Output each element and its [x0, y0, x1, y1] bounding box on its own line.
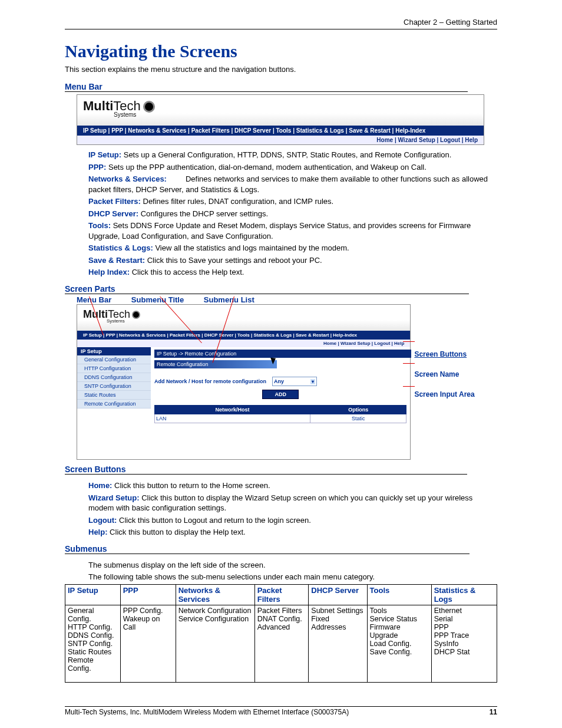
desc-logout: Logout: Click this button to Logout and …: [88, 515, 497, 526]
cell: SNTP Config.: [68, 640, 118, 648]
cell: Service Configuration: [178, 615, 252, 623]
cell: Load Config.: [370, 640, 429, 648]
desc-ppp: PPP: Sets up the PPP authentication, dia…: [88, 162, 497, 173]
cell: Tools: [370, 607, 429, 615]
th-networks: Networks & Services: [176, 584, 254, 605]
top-subbar[interactable]: Home | Wizard Setup | Logout | Help: [77, 136, 484, 144]
breadcrumb: IP Setup -> Remote Configuration: [154, 350, 411, 358]
col-tools: Tools Service Status Firmware Upgrade Lo…: [367, 605, 431, 682]
logo-band: MultiTech Systems: [77, 305, 410, 331]
term: Home:: [88, 481, 112, 490]
th-ip: IP Setup: [65, 584, 121, 605]
callout-screen-input: Screen Input Area: [414, 390, 498, 398]
cell: Save Config.: [370, 648, 429, 656]
sidebar-item-general[interactable]: General Configuration: [77, 355, 151, 364]
td-static: Static: [310, 414, 406, 423]
desc-tools: Tools: Sets DDNS Force Update and Reset …: [88, 220, 497, 241]
col-networks: Network Configuration Service Configurat…: [176, 605, 254, 682]
cell: DHCP Stat: [434, 648, 494, 656]
th-ppp: PPP: [120, 584, 176, 605]
cell: Network Configuration: [178, 607, 252, 615]
top-subbar[interactable]: Home | Wizard Setup | Logout | Help: [77, 340, 410, 347]
submenu-p1: The submenus display on the left side of…: [88, 560, 497, 571]
submenu-intro: The submenus display on the left side of…: [88, 560, 497, 582]
desc-home: Home: Click this button to return to the…: [88, 480, 497, 491]
desc-help: Help Index: Click this to access the Hel…: [88, 267, 497, 278]
form-row: Add Network / Host for remote configurat…: [154, 377, 406, 386]
cell: Static Routes: [68, 648, 118, 656]
logo-circle-icon: [132, 311, 140, 319]
td-lan: LAN: [155, 414, 310, 423]
add-button[interactable]: ADD: [262, 390, 299, 399]
cell: Advanced: [257, 623, 306, 631]
desc-dhcp: DHCP Server: Configures the DHCP server …: [88, 209, 497, 219]
term: Wizard Setup:: [88, 493, 140, 502]
top-menubar[interactable]: IP Setup | PPP | Networks & Services | P…: [77, 331, 410, 340]
submenu-p2: The following table shows the sub-menu s…: [88, 572, 497, 582]
submenus-heading: Submenus: [65, 544, 470, 554]
cursor-icon: [272, 357, 279, 366]
sidebar-item-http[interactable]: HTTP Configuration: [77, 364, 151, 373]
sidebar-item-static-routes[interactable]: Static Routes: [77, 391, 151, 400]
term: Packet Filters:: [88, 197, 141, 206]
desc-networks: Networks & Services:Defines networks and…: [88, 174, 497, 195]
cell: PPP: [434, 623, 494, 631]
top-menubar[interactable]: IP Setup | PPP | Networks & Services | P…: [77, 126, 484, 136]
th-network: Network/Host: [155, 406, 310, 414]
cell: Service Status: [370, 615, 429, 623]
text: Click this button to Logout and return t…: [117, 516, 311, 525]
screen-title: Remote Configuration: [154, 360, 277, 368]
th-dhcp: DHCP Server: [309, 584, 367, 605]
sidebar-item-ddns[interactable]: DDNS Configuration: [77, 373, 151, 382]
cell: PPP Trace: [434, 631, 494, 640]
logo-systems: Systems: [107, 318, 404, 324]
cell: Subnet Settings: [311, 607, 364, 615]
logo-bold: Multi: [83, 98, 113, 113]
th-packet: Packet Filters: [254, 584, 309, 605]
cell: General Config.: [68, 607, 118, 623]
cell: DDNS Config.: [68, 631, 118, 640]
text: Click this button to display the Help te…: [108, 528, 246, 536]
term: DHCP Server:: [88, 209, 138, 218]
term: Logout:: [88, 516, 117, 525]
callout-arrow: [403, 386, 415, 387]
callout-screen-name: Screen Name: [414, 370, 498, 378]
logo-band: MultiTech Systems: [77, 95, 484, 126]
sidebar-item-remote-config[interactable]: Remote Configuration: [77, 400, 151, 409]
col-stats: Ethernet Serial PPP PPP Trace SysInfo DH…: [431, 605, 497, 682]
text: Click this to Save your settings and reb…: [145, 256, 322, 265]
menu-descriptions: IP Setup: Sets up a General Configuratio…: [88, 150, 497, 278]
desc-save: Save & Restart: Click this to Save your …: [88, 255, 497, 266]
form-label: Add Network / Host for remote configurat…: [154, 378, 266, 384]
screen-buttons-descriptions: Home: Click this button to return to the…: [88, 480, 497, 538]
table-row: LANStatic: [155, 414, 406, 423]
page-number: 11: [490, 708, 497, 716]
text: Sets up a General Configuration, HTTP, D…: [121, 150, 451, 159]
term: Help Index:: [88, 268, 130, 276]
text: Configures the DHCP server settings.: [138, 209, 268, 218]
sidebar-title: IP Setup: [77, 347, 151, 355]
parts-labels: Menu Bar Submenu Title Submenu List: [77, 295, 497, 304]
col-ppp: PPP Config. Wakeup on Call: [120, 605, 176, 682]
desc-help-btn: Help: Click this button to display the H…: [88, 527, 497, 538]
label-submenu-list: Submenu List: [204, 295, 254, 304]
page-footer: Multi-Tech Systems, Inc. MultiModem Wire…: [65, 706, 497, 716]
cell: PPP Config.: [123, 607, 173, 615]
text: Sets up the PPP authentication, dial-on-…: [106, 163, 426, 172]
desc-ip-setup: IP Setup: Sets up a General Configuratio…: [88, 150, 497, 160]
logo: MultiTech Systems: [83, 308, 404, 324]
intro-text: This section explains the menu structure…: [65, 65, 497, 74]
main-panel: IP Setup -> Remote Configuration Remote …: [151, 347, 410, 459]
term: PPP:: [88, 163, 106, 172]
logo-circle-icon: [143, 101, 155, 113]
cell: Wakeup on Call: [123, 615, 173, 631]
host-select[interactable]: Any ▾: [272, 377, 317, 386]
submenu-table: IP Setup PPP Networks & Services Packet …: [65, 584, 497, 683]
cell: DNAT Config.: [257, 615, 306, 623]
cell: Firmware Upgrade: [370, 623, 429, 640]
term: Save & Restart:: [88, 256, 145, 265]
cell: Packet Filters: [257, 607, 306, 615]
screen-parts-figure: MultiTech Systems IP Setup | PPP | Netwo…: [77, 304, 498, 460]
sidebar-item-sntp[interactable]: SNTP Configuration: [77, 382, 151, 391]
cell: Ethernet: [434, 607, 494, 615]
